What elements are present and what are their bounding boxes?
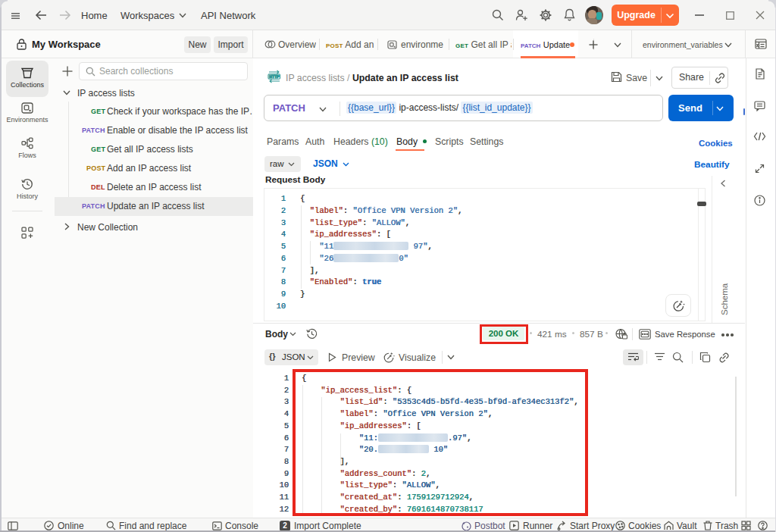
svg-text:HTTP: HTTP — [269, 74, 280, 79]
